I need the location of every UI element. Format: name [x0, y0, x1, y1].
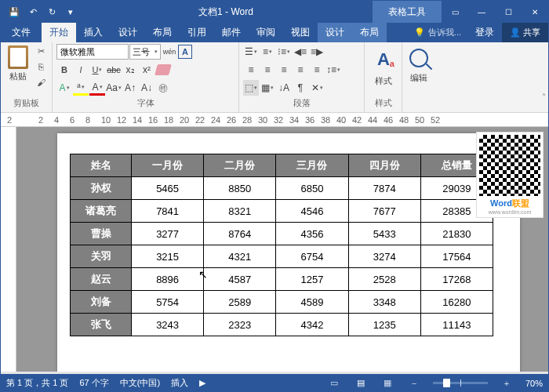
save-icon[interactable]: 💾: [5, 3, 23, 20]
table-cell[interactable]: 4589: [276, 291, 348, 314]
table-cell[interactable]: 8850: [204, 177, 276, 200]
table-row[interactable]: 关羽321543216754327417564: [71, 245, 493, 268]
italic-button[interactable]: I: [73, 62, 89, 78]
status-wordcount[interactable]: 67 个字: [79, 377, 108, 389]
table-row[interactable]: 诸葛亮784183214546767728385: [71, 200, 493, 223]
table-cell[interactable]: 4342: [276, 314, 348, 336]
shading-button[interactable]: ⬚▾: [243, 80, 259, 96]
table-cell[interactable]: 3348: [348, 291, 420, 314]
zoom-slider[interactable]: [433, 382, 488, 384]
table-header[interactable]: 二月份: [204, 154, 276, 177]
grow-font-button[interactable]: A↑: [122, 80, 138, 96]
table-cell[interactable]: 1257: [276, 268, 348, 291]
print-layout-icon[interactable]: ▤: [353, 376, 369, 390]
font-name-input[interactable]: 微软雅黑: [56, 44, 129, 60]
shrink-font-button[interactable]: A↓: [139, 80, 155, 96]
table-cell[interactable]: 7874: [348, 177, 420, 200]
table-cell[interactable]: 关羽: [71, 245, 132, 268]
table-cell[interactable]: 21830: [420, 223, 493, 245]
maximize-icon[interactable]: ☐: [495, 1, 522, 23]
tab-home[interactable]: 开始: [42, 23, 76, 42]
table-row[interactable]: 赵云889645871257252817268: [71, 268, 493, 291]
tab-references[interactable]: 引用: [180, 23, 214, 42]
table-cell[interactable]: 6850: [276, 177, 348, 200]
table-cell[interactable]: 3215: [132, 245, 204, 268]
table-cell[interactable]: 2589: [204, 291, 276, 314]
tab-insert[interactable]: 插入: [76, 23, 111, 42]
character-border-icon[interactable]: A: [178, 45, 192, 59]
styles-button[interactable]: A样式: [369, 44, 398, 89]
table-cell[interactable]: 6754: [276, 245, 348, 268]
tab-design[interactable]: 设计: [111, 23, 145, 42]
bullets-button[interactable]: ☰▾: [243, 44, 259, 60]
horizontal-ruler[interactable]: 2246810121416182022242628303234363840424…: [1, 113, 548, 127]
justify-button[interactable]: ≡: [293, 62, 308, 78]
table-cell[interactable]: 8321: [204, 200, 276, 223]
close-icon[interactable]: ✕: [522, 1, 548, 23]
tab-table-layout[interactable]: 布局: [352, 23, 387, 42]
page[interactable]: 姓名一月份二月份三月份四月份总销量 孙权54658850685078742903…: [57, 133, 520, 372]
numbering-button[interactable]: ≡▾: [260, 44, 275, 60]
table-cell[interactable]: 2528: [348, 268, 420, 291]
table-cell[interactable]: 刘备: [71, 291, 132, 314]
web-layout-icon[interactable]: ▦: [380, 376, 395, 390]
tell-me[interactable]: 💡告诉我...: [408, 23, 467, 42]
tab-view[interactable]: 视图: [283, 23, 318, 42]
ribbon-options-icon[interactable]: ▭: [442, 1, 468, 23]
zoom-in-button[interactable]: +: [499, 376, 514, 390]
borders-button[interactable]: ▦▾: [260, 80, 275, 96]
tab-mailings[interactable]: 邮件: [214, 23, 249, 42]
table-cell[interactable]: 张飞: [71, 314, 132, 336]
redo-icon[interactable]: ↻: [43, 3, 60, 20]
tab-layout[interactable]: 布局: [145, 23, 180, 42]
table-cell[interactable]: 4356: [276, 223, 348, 245]
table-header[interactable]: 一月份: [132, 154, 204, 177]
align-left-button[interactable]: ≡: [243, 62, 259, 78]
table-header[interactable]: 四月份: [348, 154, 420, 177]
table-header[interactable]: 三月份: [276, 154, 348, 177]
table-cell[interactable]: 7841: [132, 200, 204, 223]
table-cell[interactable]: 8764: [204, 223, 276, 245]
line-spacing-button[interactable]: ↕≡▾: [325, 62, 341, 78]
table-cell[interactable]: 4321: [204, 245, 276, 268]
decrease-indent-button[interactable]: ◀≡: [293, 44, 308, 60]
copy-icon[interactable]: ⎘: [34, 60, 48, 74]
table-row[interactable]: 刘备575425894589334816280: [71, 291, 493, 314]
sort-button[interactable]: ↓A: [276, 80, 292, 96]
enclose-char-button[interactable]: ㊕: [155, 80, 171, 96]
collapse-ribbon-icon[interactable]: ˄: [542, 93, 546, 101]
table-cell[interactable]: 3274: [348, 245, 420, 268]
zoom-out-button[interactable]: −: [406, 376, 422, 390]
table-cell[interactable]: 16280: [420, 291, 493, 314]
table-cell[interactable]: 3277: [132, 223, 204, 245]
cut-icon[interactable]: ✂: [34, 44, 48, 58]
superscript-button[interactable]: x²: [139, 62, 155, 78]
login-button[interactable]: 登录: [467, 23, 502, 42]
align-center-button[interactable]: ≡: [260, 62, 275, 78]
document-area[interactable]: 姓名一月份二月份三月份四月份总销量 孙权54658850685078742903…: [1, 127, 548, 372]
status-insert[interactable]: 插入: [171, 377, 188, 389]
status-language[interactable]: 中文(中国): [120, 377, 160, 389]
clear-format-button[interactable]: [155, 62, 171, 78]
table-cell[interactable]: 4587: [204, 268, 276, 291]
bold-button[interactable]: B: [56, 62, 72, 78]
subscript-button[interactable]: x₂: [122, 62, 138, 78]
table-cell[interactable]: 1235: [348, 314, 420, 336]
distributed-button[interactable]: ≡: [309, 62, 325, 78]
highlight-button[interactable]: ª▾: [73, 80, 89, 96]
table-cell[interactable]: 曹操: [71, 223, 132, 245]
share-button[interactable]: 👤共享: [502, 23, 548, 42]
table-row[interactable]: 曹操327787644356543321830: [71, 223, 493, 245]
strikethrough-button[interactable]: abc: [106, 62, 122, 78]
format-painter-icon[interactable]: 🖌: [34, 75, 48, 89]
table-cell[interactable]: 3243: [132, 314, 204, 336]
asian-layout-button[interactable]: ✕▾: [309, 80, 325, 96]
zoom-level[interactable]: 70%: [525, 379, 543, 388]
table-cell[interactable]: 5465: [132, 177, 204, 200]
table-cell[interactable]: 赵云: [71, 268, 132, 291]
paste-button[interactable]: 粘贴: [5, 44, 31, 84]
status-macro-icon[interactable]: ▶: [199, 378, 205, 388]
table-cell[interactable]: 诸葛亮: [71, 200, 132, 223]
font-size-input[interactable]: 三号▾: [129, 44, 161, 60]
minimize-icon[interactable]: ―: [468, 1, 495, 23]
